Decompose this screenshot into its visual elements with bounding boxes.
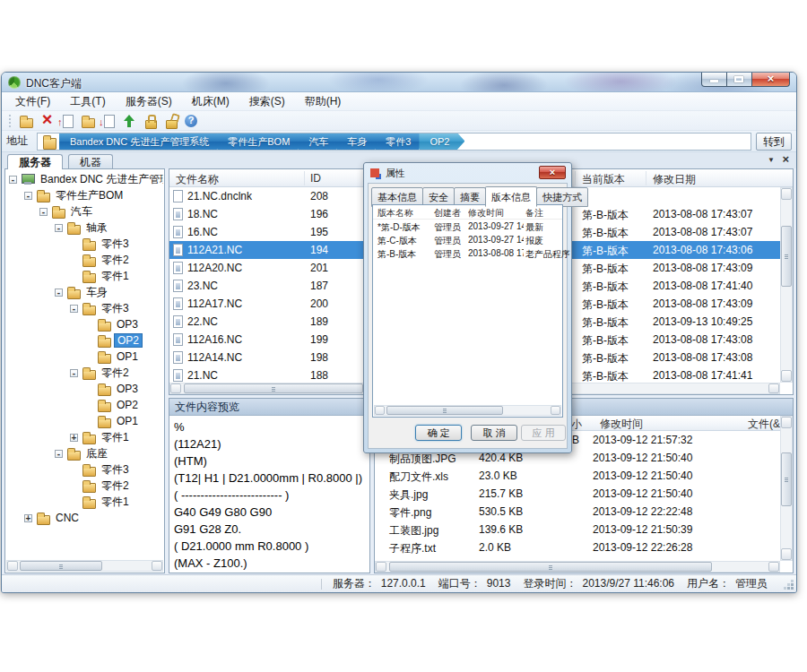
tree-item[interactable]: 车身 — [6, 284, 163, 300]
scroll-right-button[interactable] — [551, 406, 560, 415]
tree-item[interactable]: OP1 — [6, 413, 163, 429]
tree-item[interactable]: 零件3 — [6, 236, 163, 252]
version-row[interactable]: *第-D-版本 管理员 2013-09-27 14:... 最新 — [373, 220, 562, 233]
go-button[interactable]: 转到 — [756, 133, 792, 151]
file-list-v-scrollbar[interactable] — [780, 187, 793, 383]
tree-item[interactable]: 零件1 — [6, 494, 163, 510]
close-button[interactable]: × — [751, 73, 790, 87]
breadcrumb-item[interactable]: OP2 — [419, 133, 464, 151]
ok-button[interactable]: 确 定 — [415, 425, 462, 441]
delete-icon[interactable] — [38, 112, 56, 130]
tree-item[interactable]: OP2 — [6, 397, 163, 413]
scroll-thumb[interactable] — [386, 406, 503, 415]
file-download-icon[interactable] — [100, 112, 118, 130]
menu-item[interactable]: 服务器(S) — [116, 92, 182, 111]
tree-item[interactable]: Bandex DNC 先进生产管理系统 — [6, 171, 163, 187]
tree-item[interactable]: OP3 — [6, 316, 163, 332]
dialog-close-button[interactable]: × — [539, 166, 566, 179]
tree-item[interactable]: 零件生产BOM — [6, 187, 163, 203]
column-header-note[interactable]: 备注 — [525, 207, 543, 220]
scroll-right-button[interactable] — [768, 383, 779, 393]
tree-item[interactable]: 零件2 — [6, 252, 163, 268]
attachment-row[interactable]: 零件.png 530.5 KB 2013-09-12 22:22:48 — [375, 503, 780, 521]
expander-icon[interactable] — [55, 450, 63, 458]
expander-icon[interactable] — [55, 224, 63, 232]
file-upload-icon[interactable] — [58, 112, 77, 130]
breadcrumb-item[interactable]: 零件生产BOM — [217, 133, 305, 151]
tree-item[interactable]: 轴承 — [6, 220, 163, 236]
attachment-row[interactable]: 夹具.jpg 215.7 KB 2013-09-12 21:50:40 — [375, 485, 780, 503]
apply-button[interactable]: 应 用 — [521, 425, 566, 441]
expander-icon[interactable] — [24, 514, 32, 522]
tree-item[interactable]: OP3 — [6, 381, 163, 397]
tree-h-scrollbar[interactable] — [6, 560, 163, 572]
tree-item[interactable]: 零件2 — [6, 478, 163, 494]
upload-arrow-icon[interactable] — [120, 112, 139, 130]
minimize-button[interactable] — [701, 73, 727, 87]
menu-item[interactable]: 搜索(S) — [239, 92, 295, 111]
attachment-row[interactable]: 工装图.jpg 139.6 KB 2013-09-12 21:50:39 — [375, 521, 780, 538]
scroll-thumb[interactable] — [20, 561, 102, 571]
tree-item[interactable]: OP1 — [6, 349, 163, 365]
expander-icon[interactable] — [70, 434, 78, 442]
tree-item[interactable]: 零件3 — [6, 300, 163, 316]
expander-icon[interactable] — [70, 305, 78, 313]
scroll-left-button[interactable] — [170, 383, 181, 393]
tree-item[interactable]: 零件1 — [6, 268, 163, 284]
column-header-version-name[interactable]: 版本名称 — [377, 207, 413, 220]
unlock-icon[interactable] — [161, 112, 180, 130]
tree-item[interactable]: CNC — [6, 510, 163, 526]
scroll-down-button[interactable] — [781, 370, 792, 382]
tree-item[interactable]: 零件3 — [6, 461, 163, 478]
tree-item[interactable]: 底座 — [6, 445, 163, 461]
expander-icon[interactable] — [70, 369, 78, 377]
tree-item[interactable]: 汽车 — [6, 203, 163, 220]
menu-item[interactable]: 文件(F) — [5, 92, 60, 111]
lock-icon[interactable] — [141, 112, 160, 130]
maximize-button[interactable] — [727, 73, 751, 87]
menu-item[interactable]: 帮助(H) — [295, 92, 351, 111]
column-header-time[interactable]: 修改时间 — [600, 417, 643, 432]
column-header-id[interactable]: ID — [310, 172, 321, 185]
scroll-left-button[interactable] — [7, 561, 18, 571]
panel-dropdown-icon[interactable]: ▼ — [768, 156, 775, 164]
scroll-left-button[interactable] — [376, 562, 386, 572]
attachments-h-scrollbar[interactable] — [375, 561, 780, 573]
folder-checkin-icon[interactable] — [79, 112, 98, 130]
tree-item[interactable]: 零件2 — [6, 365, 163, 381]
doc-tab[interactable]: 服务器 — [7, 154, 63, 169]
column-header-file[interactable]: 文件(& — [748, 417, 780, 432]
breadcrumb-item[interactable]: Bandex DNC 先进生产管理系统 — [59, 133, 224, 151]
column-header-creator[interactable]: 创建者 — [434, 207, 461, 220]
breadcrumb[interactable]: Bandex DNC 先进生产管理系统零件生产BOM汽车车身零件3OP2 — [37, 133, 751, 151]
scroll-right-button[interactable] — [152, 561, 162, 571]
doc-tab[interactable]: 机器 — [68, 154, 113, 169]
attachment-row[interactable]: 配刀文件.xls 23.0 KB 2013-09-12 21:50:40 — [375, 467, 780, 485]
cancel-button[interactable]: 取 消 — [471, 425, 517, 441]
version-row[interactable]: 第-B-版本 管理员 2013-08-08 17:... 老产品程序 — [373, 246, 562, 260]
new-folder-icon[interactable] — [17, 112, 36, 130]
scroll-up-button[interactable] — [781, 188, 792, 200]
attachments-v-scrollbar[interactable] — [780, 416, 793, 561]
scroll-down-button[interactable] — [781, 548, 792, 560]
version-row[interactable]: 第-C-版本 管理员 2013-09-27 14:... 报废 — [373, 233, 562, 246]
scroll-thumb[interactable] — [781, 226, 792, 287]
help-icon[interactable] — [182, 112, 201, 130]
scroll-up-button[interactable] — [781, 417, 792, 428]
resize-grip-icon[interactable] — [791, 587, 794, 590]
column-header-name[interactable]: 文件名称 — [176, 172, 219, 187]
scroll-right-button[interactable] — [768, 562, 779, 572]
breadcrumb-item[interactable]: 零件3 — [375, 133, 426, 151]
panel-close-icon[interactable]: × — [782, 152, 789, 166]
attachment-row[interactable]: 子程序.txt 2.0 KB 2013-09-12 22:26:28 — [375, 538, 780, 556]
dialog-tab[interactable]: 版本信息 — [485, 186, 537, 207]
title-bar[interactable]: DNC客户端 × — [2, 73, 796, 92]
scroll-thumb[interactable] — [389, 562, 712, 572]
expander-icon[interactable] — [55, 289, 63, 297]
scroll-thumb[interactable] — [781, 452, 792, 506]
scroll-thumb[interactable] — [184, 383, 363, 393]
expander-icon[interactable] — [39, 208, 48, 216]
column-header-modified[interactable]: 修改时间 — [468, 207, 524, 220]
tree-item[interactable]: 零件1 — [6, 429, 163, 445]
expander-icon[interactable] — [9, 176, 17, 184]
